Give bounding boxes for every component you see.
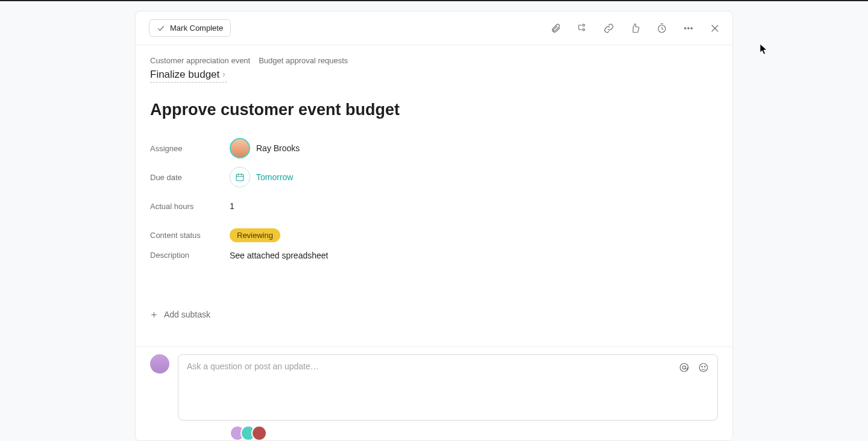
plus-icon <box>150 311 158 319</box>
assignee-name: Ray Brooks <box>256 143 300 153</box>
panel-body: Customer appreciation event Budget appro… <box>136 45 732 346</box>
svg-point-15 <box>699 363 708 372</box>
assignee-row: Assignee Ray Brooks <box>150 135 718 161</box>
status-badge: Reviewing <box>230 228 280 242</box>
content-status-label: Content status <box>150 231 230 240</box>
due-date-label: Due date <box>150 173 230 182</box>
svg-point-4 <box>688 27 689 28</box>
like-icon[interactable] <box>629 22 642 35</box>
task-title[interactable]: Approve customer event budget <box>150 101 718 119</box>
current-user-avatar <box>150 354 169 374</box>
mark-complete-button[interactable]: Mark Complete <box>149 19 231 37</box>
timer-icon[interactable] <box>655 22 668 35</box>
parent-task-label: Finalize budget <box>150 69 219 81</box>
description-row: Description See attached spreadsheet <box>150 251 718 277</box>
svg-point-13 <box>680 363 688 372</box>
copy-link-icon[interactable] <box>602 22 615 35</box>
emoji-icon[interactable] <box>697 361 710 374</box>
breadcrumb-item[interactable]: Budget approval requests <box>259 56 348 65</box>
actual-hours-value[interactable]: 1 <box>230 201 234 211</box>
add-subtask-label: Add subtask <box>164 310 210 319</box>
collaborator-avatar[interactable] <box>251 425 267 441</box>
parent-task-link[interactable]: Finalize budget <box>150 69 227 83</box>
content-status-value[interactable]: Reviewing <box>230 228 280 242</box>
mouse-cursor <box>760 43 768 55</box>
close-icon[interactable] <box>708 22 722 35</box>
description-value[interactable]: See attached spreadsheet <box>230 251 328 260</box>
svg-point-14 <box>682 366 685 369</box>
comment-row <box>150 354 718 421</box>
task-detail-panel: Mark Complete <box>135 11 733 441</box>
panel-header: Mark Complete <box>136 11 732 45</box>
breadcrumb-item[interactable]: Customer appreciation event <box>150 56 250 65</box>
svg-rect-8 <box>236 174 244 181</box>
comment-input[interactable] <box>187 361 709 371</box>
svg-point-1 <box>583 28 585 30</box>
mention-icon[interactable] <box>678 361 691 374</box>
due-date-value[interactable]: Tomorrow <box>230 167 293 187</box>
header-actions <box>549 22 722 35</box>
subtask-icon[interactable] <box>576 22 589 35</box>
description-label: Description <box>150 251 230 260</box>
chevron-right-icon <box>221 72 227 78</box>
breadcrumb: Customer appreciation event Budget appro… <box>150 56 718 65</box>
check-icon <box>157 24 165 33</box>
svg-point-3 <box>685 27 686 28</box>
add-subtask-button[interactable]: Add subtask <box>150 310 210 319</box>
assignee-value[interactable]: Ray Brooks <box>230 138 300 158</box>
more-icon[interactable] <box>682 22 695 35</box>
window-top-bar <box>0 0 868 1</box>
assignee-avatar <box>230 138 250 158</box>
comment-toolbar <box>678 361 710 374</box>
svg-point-0 <box>583 24 585 26</box>
comment-box[interactable] <box>178 354 718 421</box>
svg-point-5 <box>691 27 692 28</box>
actual-hours-label: Actual hours <box>150 202 230 211</box>
content-status-row: Content status Reviewing <box>150 222 718 248</box>
svg-point-17 <box>705 366 706 367</box>
collaborators-row <box>150 425 718 441</box>
svg-point-16 <box>702 366 703 367</box>
assignee-label: Assignee <box>150 144 230 153</box>
due-date-text: Tomorrow <box>256 172 293 182</box>
comment-area <box>136 346 732 440</box>
calendar-icon <box>230 167 250 187</box>
due-date-row: Due date Tomorrow <box>150 164 718 190</box>
attachment-icon[interactable] <box>549 22 562 35</box>
mark-complete-label: Mark Complete <box>170 23 223 33</box>
actual-hours-row: Actual hours 1 <box>150 193 718 219</box>
